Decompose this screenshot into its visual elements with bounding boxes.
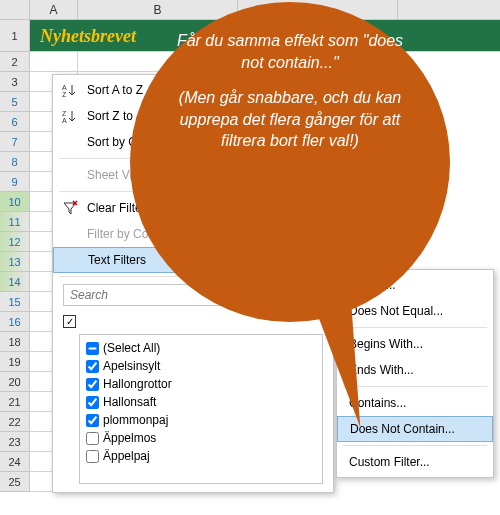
blank-icon (61, 166, 79, 184)
row-header-15[interactable]: 15 (0, 292, 30, 312)
row-header-20[interactable]: 20 (0, 372, 30, 392)
check-label: Hallonsaft (103, 395, 156, 409)
row-header-3[interactable]: 3 (0, 72, 30, 92)
row-header-10[interactable]: 10 (0, 192, 30, 212)
row-header-8[interactable]: 8 (0, 152, 30, 172)
row-header-6[interactable]: 6 (0, 112, 30, 132)
row-header-24[interactable]: 24 (0, 452, 30, 472)
check-label: plommonpaj (103, 413, 168, 427)
clear-filter-icon (61, 199, 79, 217)
blank-icon (61, 225, 79, 243)
row-header-14[interactable]: 14 (0, 272, 30, 292)
row-header-13[interactable]: 13 (0, 252, 30, 272)
check-label: Äppelpaj (103, 449, 150, 463)
row-header-23[interactable]: 23 (0, 432, 30, 452)
svg-text:A: A (62, 117, 67, 124)
tristate-check-icon (63, 315, 76, 328)
checkbox[interactable] (86, 414, 99, 427)
blank-icon (62, 251, 80, 269)
bubble-line2: (Men går snabbare, och du kan upprepa de… (166, 87, 414, 152)
select-all-corner[interactable] (0, 0, 30, 19)
blank-icon (61, 133, 79, 151)
row-header-2[interactable]: 2 (0, 52, 30, 72)
cell[interactable] (30, 52, 78, 72)
checkbox[interactable] (86, 432, 99, 445)
row-header-25[interactable]: 25 (0, 472, 30, 492)
row-header-11[interactable]: 11 (0, 212, 30, 232)
check-select-all[interactable]: (Select All) (86, 339, 316, 357)
col-header-A[interactable]: A (30, 0, 78, 19)
filter-custom[interactable]: Custom Filter... (337, 449, 493, 475)
row-header-12[interactable]: 12 (0, 232, 30, 252)
check-label: (Select All) (103, 341, 160, 355)
check-label: Hallongrottor (103, 377, 172, 391)
svg-text:Z: Z (62, 91, 67, 98)
row-header-1[interactable]: 1 (0, 20, 30, 52)
separator (343, 327, 487, 328)
row-header-18[interactable]: 18 (0, 332, 30, 352)
sort-desc-icon: ZA (61, 107, 79, 125)
row-header-22[interactable]: 22 (0, 412, 30, 432)
row-header-9[interactable]: 9 (0, 172, 30, 192)
check-label: Äppelmos (103, 431, 156, 445)
checkbox[interactable] (86, 378, 99, 391)
check-item[interactable]: Äppelpaj (86, 447, 316, 465)
checkbox[interactable] (86, 342, 99, 355)
check-item[interactable]: Hallongrottor (86, 375, 316, 393)
checkbox[interactable] (86, 360, 99, 373)
row-header-7[interactable]: 7 (0, 132, 30, 152)
bubble-line1: Får du samma effekt som "does not contai… (166, 30, 414, 73)
check-item[interactable]: plommonpaj (86, 411, 316, 429)
check-item[interactable]: Apelsinsylt (86, 357, 316, 375)
col-header-B[interactable]: B (78, 0, 238, 19)
row-header-21[interactable]: 21 (0, 392, 30, 412)
svg-text:A: A (62, 84, 67, 91)
svg-text:Z: Z (62, 110, 67, 117)
sort-asc-icon: AZ (61, 81, 79, 99)
filter-checklist: (Select All) Apelsinsylt Hallongrottor H… (79, 334, 323, 484)
check-item[interactable]: Äppelmos (86, 429, 316, 447)
check-label: Apelsinsylt (103, 359, 160, 373)
row-header-16[interactable]: 16 (0, 312, 30, 332)
check-item[interactable]: Hallonsaft (86, 393, 316, 411)
row-header-5[interactable]: 5 (0, 92, 30, 112)
row-header-19[interactable]: 19 (0, 352, 30, 372)
checkbox[interactable] (86, 396, 99, 409)
annotation-bubble: Får du samma effekt som "does not contai… (130, 2, 450, 322)
separator (343, 445, 487, 446)
checkbox[interactable] (86, 450, 99, 463)
filter-begins-with[interactable]: Begins With... (337, 331, 493, 357)
